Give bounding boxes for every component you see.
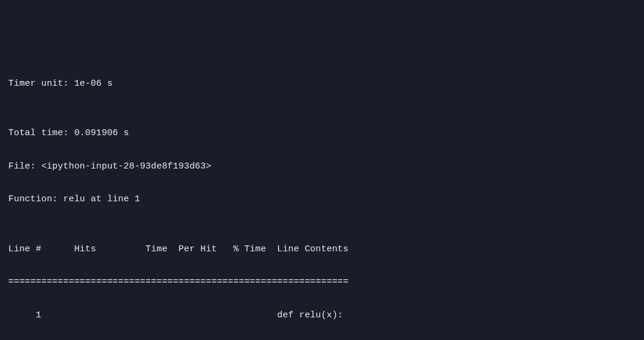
table-row: 1 def relu(x): bbox=[8, 307, 636, 324]
timer-unit-line: Timer unit: 1e-06 s bbox=[8, 76, 636, 92]
total-time-line: Total time: 0.091906 s bbox=[8, 125, 636, 142]
file-line: File: <ipython-input-28-93de8f193d63> bbox=[8, 158, 636, 175]
table-header: Line # Hits Time Per Hit % Time Line Con… bbox=[8, 241, 636, 258]
table-separator: ========================================… bbox=[8, 274, 636, 291]
function-line: Function: relu at line 1 bbox=[8, 191, 636, 208]
